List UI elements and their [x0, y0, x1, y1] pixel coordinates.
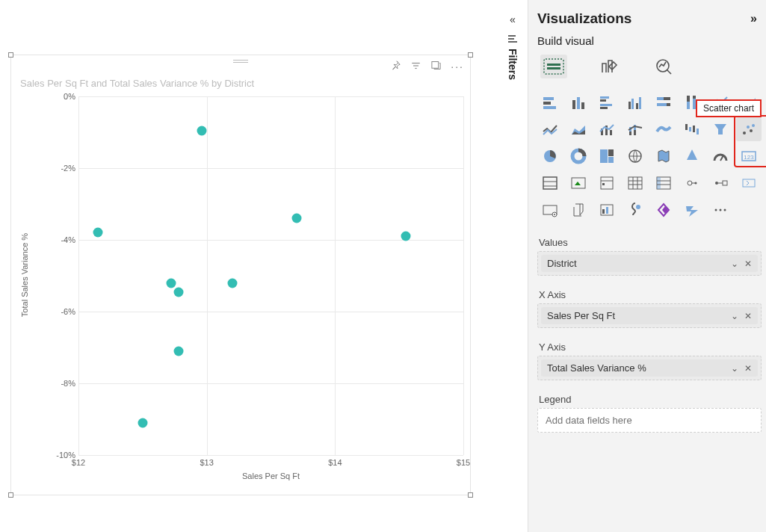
data-point[interactable] [401, 232, 410, 241]
viz-stacked-column-icon[interactable] [566, 90, 591, 114]
data-point[interactable] [197, 126, 206, 135]
viz-clustered-column-icon[interactable] [623, 90, 648, 114]
data-point[interactable] [291, 214, 301, 223]
viz-pie-icon[interactable] [537, 144, 563, 168]
viz-ribbon-icon[interactable] [651, 117, 676, 141]
data-point[interactable] [166, 278, 176, 288]
viz-more-icon[interactable] [708, 198, 733, 222]
viz-card-icon[interactable]: 123 [736, 144, 762, 168]
svg-rect-15 [577, 97, 580, 109]
y-axis-label: Total Sales Variance % [20, 233, 29, 317]
resize-handle[interactable] [8, 52, 13, 58]
filters-label: Filters [507, 49, 519, 80]
viz-treemap-icon[interactable] [594, 144, 620, 168]
viz-matrix-icon[interactable] [651, 171, 676, 195]
focus-mode-icon[interactable] [430, 60, 442, 73]
viz-azure-map-icon[interactable] [679, 144, 705, 168]
svg-rect-22 [631, 99, 634, 109]
viz-gauge-icon[interactable] [708, 144, 733, 168]
viz-line-chart-icon[interactable] [537, 117, 563, 141]
viz-smart-narrative-icon[interactable] [594, 198, 620, 222]
svg-rect-63 [602, 183, 605, 185]
field-pill-variance[interactable]: Total Sales Variance % ⌄✕ [541, 359, 758, 377]
filters-icon [505, 34, 520, 46]
x-tick: $12 [72, 458, 85, 467]
field-pill-sales-sqft[interactable]: Sales Per Sq Ft ⌄✕ [541, 307, 758, 324]
svg-rect-18 [600, 99, 606, 102]
report-canvas: ··· Sales Per Sq Ft and Total Sales Vari… [0, 0, 498, 532]
viz-stacked-bar-icon[interactable] [537, 90, 563, 114]
viz-combo-line-stack-icon[interactable] [623, 117, 648, 141]
viz-paginated-icon[interactable] [623, 198, 648, 222]
data-point[interactable] [228, 278, 238, 288]
viz-donut-icon[interactable] [566, 144, 591, 168]
remove-field-icon[interactable]: ✕ [744, 259, 752, 269]
values-well[interactable]: District ⌄✕ [537, 251, 762, 276]
remove-field-icon[interactable]: ✕ [744, 363, 752, 374]
viz-hundred-bar-icon[interactable] [651, 90, 676, 114]
xaxis-label: X Axis [539, 289, 762, 300]
analytics-tab[interactable] [651, 55, 678, 78]
legend-well[interactable]: Add data fields here [537, 408, 762, 433]
svg-rect-12 [543, 102, 551, 105]
viz-slicer-icon[interactable] [594, 171, 620, 195]
resize-handle[interactable] [8, 492, 13, 498]
viz-q-and-a-icon[interactable] [566, 198, 591, 222]
chevron-down-icon[interactable]: ⌄ [731, 259, 738, 269]
values-label: Values [539, 237, 762, 248]
data-point[interactable] [138, 418, 147, 427]
svg-rect-24 [639, 97, 641, 109]
viz-scatter-icon[interactable] [736, 117, 762, 141]
viz-decomposition-icon[interactable] [537, 198, 563, 222]
y-tick: -2% [61, 164, 75, 173]
more-options-icon[interactable]: ··· [451, 61, 464, 72]
svg-line-54 [720, 155, 723, 161]
data-point[interactable] [93, 228, 102, 238]
pane-title: Visualizations [537, 10, 631, 27]
svg-rect-13 [543, 106, 556, 109]
viz-power-automate-icon[interactable] [679, 198, 705, 222]
data-point[interactable] [173, 287, 183, 297]
viz-combo-line-col-icon[interactable] [594, 117, 620, 141]
viz-funnel-icon[interactable] [708, 117, 733, 141]
filter-icon[interactable] [410, 61, 421, 73]
xaxis-well[interactable]: Sales Per Sq Ft ⌄✕ [537, 303, 762, 328]
viz-stacked-area-icon[interactable] [566, 117, 591, 141]
remove-field-icon[interactable]: ✕ [744, 311, 752, 321]
viz-key-influencers-icon[interactable] [736, 171, 762, 195]
viz-filled-map-icon[interactable] [651, 144, 676, 168]
viz-hundred-column-icon[interactable] [679, 90, 705, 114]
chevron-down-icon[interactable]: ⌄ [731, 311, 738, 321]
svg-text:123: 123 [744, 154, 754, 161]
svg-rect-26 [657, 97, 664, 100]
viz-waterfall-icon[interactable] [679, 117, 705, 141]
field-pill-district[interactable]: District ⌄✕ [541, 255, 758, 272]
data-point[interactable] [173, 346, 183, 356]
viz-clustered-bar-icon[interactable] [594, 90, 620, 114]
viz-map-icon[interactable] [623, 144, 648, 168]
chart-title: Sales Per Sq Ft and Total Sales Variance… [20, 78, 254, 89]
yaxis-well[interactable]: Total Sales Variance % ⌄✕ [537, 356, 762, 380]
svg-rect-28 [657, 103, 667, 106]
expand-filters-icon[interactable]: « [505, 13, 520, 25]
drag-handle-icon[interactable] [233, 60, 248, 64]
viz-line-icon[interactable] [708, 90, 733, 114]
viz-table-icon[interactable] [623, 171, 648, 195]
resize-handle[interactable] [468, 52, 473, 58]
chevron-down-icon[interactable]: ⌄ [731, 363, 738, 374]
svg-rect-64 [628, 177, 642, 189]
resize-handle[interactable] [468, 492, 473, 498]
filters-pane-collapsed[interactable]: « Filters [505, 13, 520, 80]
expand-pane-icon[interactable]: » [750, 12, 757, 25]
visualizations-pane: Visualizations » Build visual Scatter ch… [528, 0, 766, 532]
build-visual-tab[interactable] [540, 55, 567, 78]
chart-visual[interactable]: ··· Sales Per Sq Ft and Total Sales Vari… [10, 55, 471, 495]
viz-r-visual-icon[interactable] [679, 171, 705, 195]
viz-python-visual-icon[interactable] [708, 171, 733, 195]
pin-icon[interactable] [390, 60, 401, 73]
viz-multi-card-icon[interactable] [537, 171, 563, 195]
viz-power-apps-icon[interactable] [651, 198, 676, 222]
viz-kpi-icon[interactable] [566, 171, 591, 195]
viz-area-icon[interactable] [736, 90, 762, 114]
format-visual-tab[interactable] [596, 55, 623, 78]
